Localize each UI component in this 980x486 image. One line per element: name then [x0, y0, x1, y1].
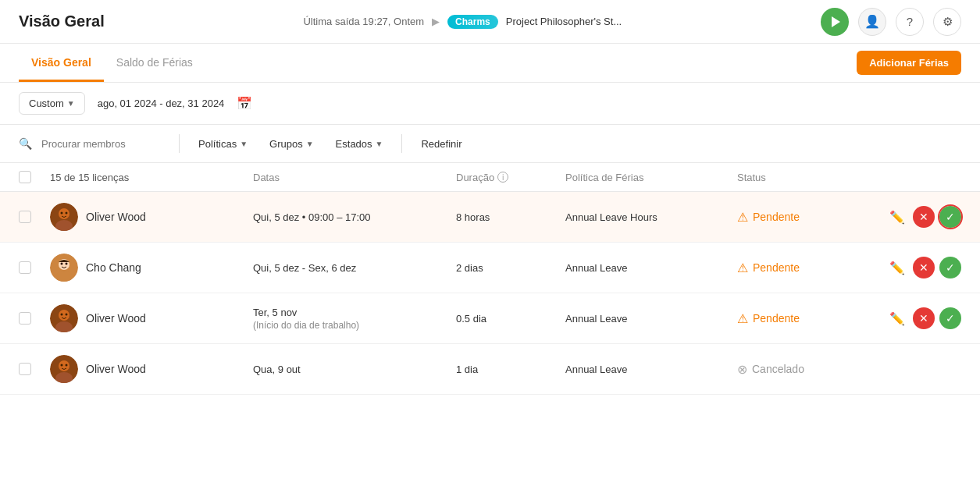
play-small-icon: ▶ — [432, 16, 440, 27]
member-cell-3: Oliver Wood — [50, 304, 253, 332]
table-row: Oliver Wood Qui, 5 dez • 09:00 – 17:00 8… — [0, 192, 980, 243]
row-checkbox-2[interactable] — [19, 261, 50, 274]
policy-cell-1: Annual Leave Hours — [565, 211, 737, 223]
col-status: Status — [737, 172, 862, 183]
chevron-down-icon-policies: ▼ — [240, 140, 248, 148]
tabs-left: Visão Geral Saldo de Férias — [19, 44, 205, 82]
groups-label: Grupos — [269, 138, 303, 150]
tab-visao-geral[interactable]: Visão Geral — [19, 44, 104, 82]
states-filter-button[interactable]: Estados ▼ — [330, 135, 390, 153]
help-button[interactable]: ? — [896, 8, 924, 36]
col-dates: Datas — [253, 172, 456, 183]
table-row: Oliver Wood Ter, 5 nov (Início do dia de… — [0, 293, 980, 344]
col-licenses: 15 de 15 licenças — [50, 172, 253, 183]
chevron-down-icon: ▼ — [67, 99, 75, 108]
table-row: Oliver Wood Qua, 9 out 1 dia Annual Leav… — [0, 344, 980, 395]
filter-divider-2 — [401, 134, 402, 153]
avatar-oliver-1 — [50, 203, 78, 231]
edit-button-3[interactable]: ✏️ — [886, 307, 908, 329]
svg-point-3 — [61, 212, 63, 215]
settings-button[interactable]: ⚙ — [933, 8, 961, 36]
user-avatar-button[interactable]: 👤 — [858, 8, 886, 36]
reject-button-2[interactable]: ✕ — [913, 257, 935, 278]
user-icon: 👤 — [864, 14, 880, 29]
table-row: Cho Chang Qui, 5 dez - Sex, 6 dez 2 dias… — [0, 243, 980, 293]
edit-button-1[interactable]: ✏️ — [886, 206, 908, 228]
groups-filter-button[interactable]: Grupos ▼ — [263, 135, 320, 153]
filter-divider — [179, 134, 180, 153]
dates-cell-4: Qua, 9 out — [253, 364, 456, 375]
row-checkbox-1[interactable] — [19, 211, 50, 223]
member-cell-1: Oliver Wood — [50, 203, 253, 231]
date-range-text: ago, 01 2024 - dez, 31 2024 — [98, 98, 225, 109]
status-cell-2: ⚠ Pendente — [737, 261, 862, 275]
svg-point-18 — [61, 364, 63, 367]
dates-cell-3: Ter, 5 nov (Início do dia de trabalho) — [253, 307, 456, 331]
cancelled-icon-4: ⊗ — [737, 362, 747, 377]
filter-bar: 🔍 Políticas ▼ Grupos ▼ Estados ▼ Redefin… — [0, 125, 980, 163]
status-text-1: Pendente — [753, 211, 800, 223]
header-play-button[interactable] — [821, 8, 849, 36]
custom-filter-button[interactable]: Custom ▼ — [19, 92, 85, 115]
states-label: Estados — [336, 138, 372, 150]
member-name-2: Cho Chang — [86, 261, 141, 274]
status-cell-3: ⚠ Pendente — [737, 311, 862, 326]
add-ferias-button[interactable]: Adicionar Férias — [857, 51, 961, 75]
duration-cell-1: 8 horas — [456, 211, 565, 223]
info-icon: i — [497, 172, 508, 183]
chevron-down-icon-groups: ▼ — [306, 140, 314, 148]
tab-saldo-ferias[interactable]: Saldo de Férias — [104, 44, 205, 82]
calendar-icon[interactable]: 📅 — [237, 96, 252, 111]
duration-cell-4: 1 dia — [456, 364, 565, 375]
svg-point-4 — [66, 212, 68, 215]
svg-point-19 — [66, 364, 68, 367]
settings-icon: ⚙ — [943, 15, 953, 29]
status-cell-1: ⚠ Pendente — [737, 210, 862, 225]
avatar-oliver-3 — [50, 304, 78, 332]
project-name: Project Philosopher's St... — [506, 16, 622, 27]
approve-button-3[interactable]: ✓ — [939, 307, 961, 329]
pending-icon-3: ⚠ — [737, 311, 748, 326]
policy-cell-2: Annual Leave — [565, 262, 737, 274]
avatar-oliver-4 — [50, 355, 78, 383]
duration-cell-2: 2 dias — [456, 262, 565, 274]
table-header: 15 de 15 licenças Datas Duração i Políti… — [0, 163, 980, 192]
status-text-2: Pendente — [753, 261, 800, 274]
edit-button-2[interactable]: ✏️ — [886, 257, 908, 278]
approve-button-2[interactable]: ✓ — [939, 257, 961, 278]
actions-cell-3: ✏️ ✕ ✓ — [862, 307, 961, 329]
policies-filter-button[interactable]: Políticas ▼ — [192, 135, 254, 153]
dates-cell-1: Qui, 5 dez • 09:00 – 17:00 — [253, 211, 456, 223]
member-cell-4: Oliver Wood — [50, 355, 253, 383]
page-title: Visão Geral — [19, 12, 105, 30]
duration-cell-3: 0.5 dia — [456, 313, 565, 325]
row-checkbox-3[interactable] — [19, 312, 50, 325]
row-checkbox-4[interactable] — [19, 363, 50, 375]
search-input[interactable] — [41, 138, 166, 150]
chevron-down-icon-states: ▼ — [376, 140, 383, 148]
reset-button[interactable]: Redefinir — [415, 135, 468, 153]
header-center-info: Última saída 19:27, Ontem ▶ Charms Proje… — [114, 15, 811, 29]
col-duration: Duração i — [456, 172, 565, 183]
avatar-cho — [50, 254, 78, 282]
svg-point-8 — [61, 263, 63, 265]
member-cell-2: Cho Chang — [50, 254, 253, 282]
pending-icon-1: ⚠ — [737, 210, 748, 225]
status-text-4: Cancelado — [752, 363, 804, 375]
actions-cell-1: ✏️ ✕ ✓ — [862, 206, 961, 228]
tabs-bar: Visão Geral Saldo de Férias Adicionar Fé… — [0, 44, 980, 83]
actions-cell-2: ✏️ ✕ ✓ — [862, 257, 961, 278]
col-policy: Política de Férias — [565, 172, 737, 183]
col-checkbox[interactable] — [19, 171, 50, 183]
status-text-3: Pendente — [753, 312, 800, 325]
toolbar: Custom ▼ ago, 01 2024 - dez, 31 2024 📅 — [0, 83, 980, 125]
reject-button-3[interactable]: ✕ — [913, 307, 935, 329]
reject-button-1[interactable]: ✕ — [913, 206, 935, 228]
approve-button-1[interactable]: ✓ — [939, 206, 961, 228]
svg-point-13 — [61, 314, 63, 316]
header: Visão Geral Última saída 19:27, Ontem ▶ … — [0, 0, 980, 44]
tag-badge: Charms — [447, 15, 498, 29]
member-name-3: Oliver Wood — [86, 312, 146, 325]
policy-cell-4: Annual Leave — [565, 364, 737, 375]
pending-icon-2: ⚠ — [737, 261, 748, 275]
